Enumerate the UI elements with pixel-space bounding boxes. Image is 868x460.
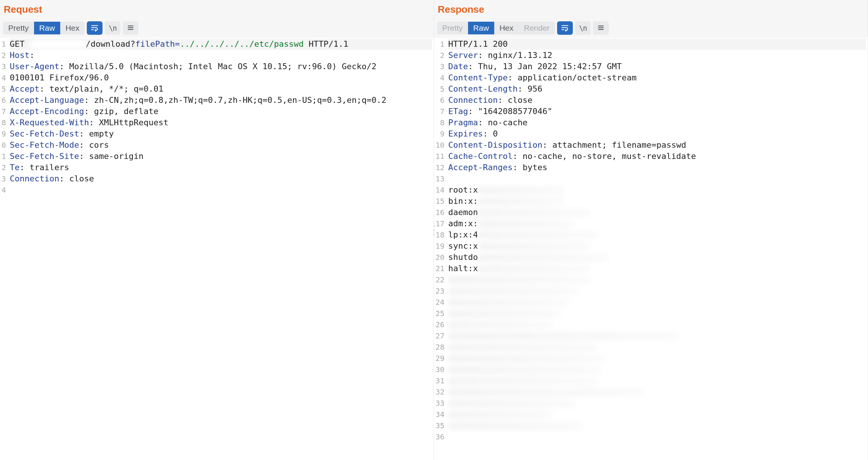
response-tab-raw[interactable]: Raw — [468, 22, 494, 34]
request-tab-hex[interactable]: Hex — [60, 22, 85, 34]
request-gutter: 12345678901234 — [0, 38, 8, 460]
request-menu-button[interactable] — [123, 21, 138, 35]
response-tab-pretty[interactable]: Pretty — [437, 22, 468, 34]
request-title: Request — [3, 4, 431, 18]
response-show-newlines-button[interactable]: \n — [575, 21, 591, 35]
request-view-tabs: Pretty Raw Hex — [3, 22, 85, 34]
request-editor[interactable]: 12345678901234 GET /download?filePath=..… — [0, 38, 434, 460]
request-show-newlines-button[interactable]: \n — [105, 21, 120, 35]
response-code[interactable]: HTTP/1.1 200Server: nginx/1.13.12Date: T… — [447, 38, 868, 460]
response-title: Response — [437, 4, 865, 18]
response-header: Response Pretty Raw Hex Render \n — [434, 0, 868, 38]
response-view-tabs: Pretty Raw Hex Render — [437, 22, 555, 34]
word-wrap-icon — [561, 24, 569, 33]
response-pane: Response Pretty Raw Hex Render \n — [434, 0, 868, 460]
response-tab-render[interactable]: Render — [519, 22, 555, 34]
request-word-wrap-button[interactable] — [87, 21, 103, 35]
request-code[interactable]: GET /download?filePath=../../../../../et… — [8, 38, 434, 460]
newline-icon: \n — [579, 24, 587, 32]
request-tab-pretty[interactable]: Pretty — [3, 22, 34, 34]
response-gutter: 1234567891011121314151617181920212223242… — [434, 38, 447, 460]
response-toolbar: Pretty Raw Hex Render \n — [437, 18, 865, 35]
request-tab-raw[interactable]: Raw — [34, 22, 60, 34]
request-pane: Request Pretty Raw Hex \n 12345678 — [0, 0, 434, 460]
newline-icon: \n — [109, 24, 117, 32]
response-editor[interactable]: 1234567891011121314151617181920212223242… — [434, 38, 868, 460]
word-wrap-icon — [91, 24, 99, 33]
response-menu-button[interactable] — [593, 21, 609, 35]
response-word-wrap-button[interactable] — [557, 21, 573, 35]
request-toolbar: Pretty Raw Hex \n — [3, 18, 431, 35]
split-drag-handle[interactable] — [431, 224, 437, 237]
hamburger-icon — [597, 24, 605, 33]
hamburger-icon — [126, 24, 135, 33]
response-tab-hex[interactable]: Hex — [494, 22, 519, 34]
request-header: Request Pretty Raw Hex \n — [0, 0, 434, 38]
